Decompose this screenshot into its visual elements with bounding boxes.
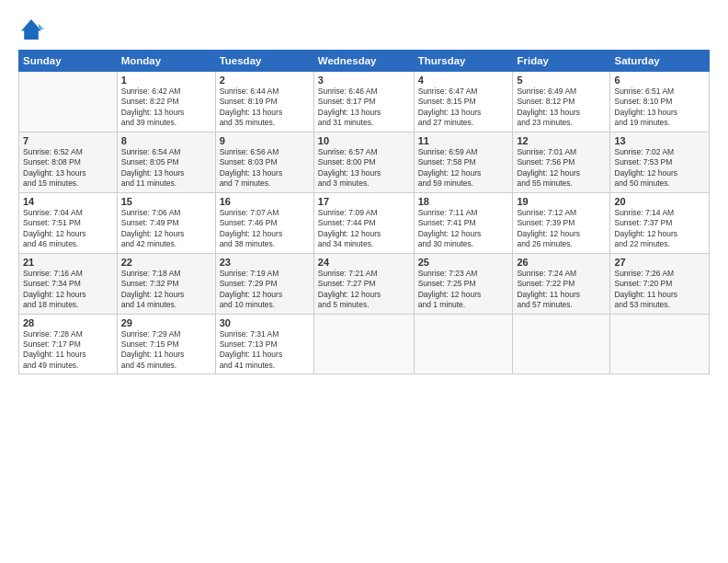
svg-marker-0 bbox=[21, 19, 41, 40]
day-cell bbox=[414, 314, 513, 374]
day-info: Sunrise: 7:14 AM Sunset: 7:37 PM Dayligh… bbox=[614, 208, 705, 250]
day-number: 16 bbox=[220, 196, 310, 207]
day-cell: 5Sunrise: 6:49 AM Sunset: 8:12 PM Daylig… bbox=[513, 72, 610, 132]
header-day-monday: Monday bbox=[117, 51, 215, 72]
day-cell: 4Sunrise: 6:47 AM Sunset: 8:15 PM Daylig… bbox=[414, 72, 513, 132]
day-info: Sunrise: 7:01 AM Sunset: 7:56 PM Dayligh… bbox=[517, 147, 606, 190]
day-cell: 2Sunrise: 6:44 AM Sunset: 8:19 PM Daylig… bbox=[215, 72, 313, 132]
header-day-saturday: Saturday bbox=[610, 51, 710, 72]
day-number: 25 bbox=[418, 257, 509, 268]
day-info: Sunrise: 6:44 AM Sunset: 8:19 PM Dayligh… bbox=[220, 86, 310, 129]
day-number: 8 bbox=[121, 135, 211, 146]
day-cell: 16Sunrise: 7:07 AM Sunset: 7:46 PM Dayli… bbox=[215, 192, 313, 253]
day-number: 15 bbox=[121, 196, 211, 207]
day-info: Sunrise: 7:26 AM Sunset: 7:20 PM Dayligh… bbox=[614, 269, 705, 311]
day-cell: 19Sunrise: 7:12 AM Sunset: 7:39 PM Dayli… bbox=[513, 192, 610, 253]
day-info: Sunrise: 7:11 AM Sunset: 7:41 PM Dayligh… bbox=[418, 208, 509, 250]
day-number: 7 bbox=[23, 135, 113, 146]
day-number: 10 bbox=[318, 135, 410, 146]
day-cell: 1Sunrise: 6:42 AM Sunset: 8:22 PM Daylig… bbox=[117, 72, 215, 132]
day-number: 5 bbox=[517, 75, 606, 86]
day-cell: 15Sunrise: 7:06 AM Sunset: 7:49 PM Dayli… bbox=[117, 192, 215, 253]
day-cell: 7Sunrise: 6:52 AM Sunset: 8:08 PM Daylig… bbox=[19, 132, 118, 192]
day-cell: 20Sunrise: 7:14 AM Sunset: 7:37 PM Dayli… bbox=[610, 192, 710, 253]
day-cell: 17Sunrise: 7:09 AM Sunset: 7:44 PM Dayli… bbox=[313, 192, 414, 253]
day-info: Sunrise: 7:06 AM Sunset: 7:49 PM Dayligh… bbox=[121, 208, 211, 250]
day-info: Sunrise: 6:59 AM Sunset: 7:58 PM Dayligh… bbox=[418, 147, 509, 190]
day-number: 22 bbox=[121, 257, 211, 268]
day-info: Sunrise: 7:23 AM Sunset: 7:25 PM Dayligh… bbox=[418, 269, 509, 311]
day-info: Sunrise: 7:19 AM Sunset: 7:29 PM Dayligh… bbox=[220, 269, 310, 311]
day-cell bbox=[513, 314, 610, 374]
day-number: 30 bbox=[220, 317, 310, 328]
day-info: Sunrise: 6:51 AM Sunset: 8:10 PM Dayligh… bbox=[614, 86, 705, 129]
day-info: Sunrise: 7:09 AM Sunset: 7:44 PM Dayligh… bbox=[318, 208, 410, 250]
day-cell: 25Sunrise: 7:23 AM Sunset: 7:25 PM Dayli… bbox=[414, 253, 513, 314]
day-info: Sunrise: 7:18 AM Sunset: 7:32 PM Dayligh… bbox=[121, 269, 211, 311]
header-day-thursday: Thursday bbox=[414, 51, 513, 72]
day-number: 11 bbox=[418, 135, 509, 146]
day-number: 14 bbox=[23, 196, 113, 207]
day-number: 6 bbox=[614, 75, 705, 86]
day-info: Sunrise: 6:57 AM Sunset: 8:00 PM Dayligh… bbox=[318, 147, 410, 190]
week-row-2: 7Sunrise: 6:52 AM Sunset: 8:08 PM Daylig… bbox=[19, 132, 710, 192]
week-row-4: 21Sunrise: 7:16 AM Sunset: 7:34 PM Dayli… bbox=[19, 253, 710, 314]
logo-icon bbox=[18, 17, 44, 42]
day-cell: 18Sunrise: 7:11 AM Sunset: 7:41 PM Dayli… bbox=[414, 192, 513, 253]
logo bbox=[18, 17, 48, 42]
day-cell: 8Sunrise: 6:54 AM Sunset: 8:05 PM Daylig… bbox=[117, 132, 215, 192]
day-info: Sunrise: 7:24 AM Sunset: 7:22 PM Dayligh… bbox=[517, 269, 606, 311]
week-row-5: 28Sunrise: 7:28 AM Sunset: 7:17 PM Dayli… bbox=[19, 314, 710, 374]
header-day-friday: Friday bbox=[513, 51, 610, 72]
day-info: Sunrise: 6:49 AM Sunset: 8:12 PM Dayligh… bbox=[517, 86, 606, 129]
day-number: 4 bbox=[418, 75, 509, 86]
day-cell: 6Sunrise: 6:51 AM Sunset: 8:10 PM Daylig… bbox=[610, 72, 710, 132]
day-cell: 21Sunrise: 7:16 AM Sunset: 7:34 PM Dayli… bbox=[19, 253, 118, 314]
week-row-3: 14Sunrise: 7:04 AM Sunset: 7:51 PM Dayli… bbox=[19, 192, 710, 253]
day-cell: 24Sunrise: 7:21 AM Sunset: 7:27 PM Dayli… bbox=[313, 253, 414, 314]
day-number: 3 bbox=[318, 75, 410, 86]
header-row: SundayMondayTuesdayWednesdayThursdayFrid… bbox=[19, 51, 710, 72]
day-number: 19 bbox=[517, 196, 606, 207]
calendar-table: SundayMondayTuesdayWednesdayThursdayFrid… bbox=[18, 50, 710, 374]
day-cell: 22Sunrise: 7:18 AM Sunset: 7:32 PM Dayli… bbox=[117, 253, 215, 314]
header-day-wednesday: Wednesday bbox=[313, 51, 414, 72]
day-cell: 30Sunrise: 7:31 AM Sunset: 7:13 PM Dayli… bbox=[215, 314, 313, 374]
day-number: 28 bbox=[23, 317, 113, 328]
day-number: 20 bbox=[614, 196, 705, 207]
page: SundayMondayTuesdayWednesdayThursdayFrid… bbox=[0, 0, 728, 563]
day-number: 29 bbox=[121, 317, 211, 328]
day-cell: 28Sunrise: 7:28 AM Sunset: 7:17 PM Dayli… bbox=[19, 314, 118, 374]
day-info: Sunrise: 7:02 AM Sunset: 7:53 PM Dayligh… bbox=[614, 147, 705, 190]
day-cell: 26Sunrise: 7:24 AM Sunset: 7:22 PM Dayli… bbox=[513, 253, 610, 314]
day-number: 26 bbox=[517, 257, 606, 268]
header-day-tuesday: Tuesday bbox=[215, 51, 313, 72]
day-number: 1 bbox=[121, 75, 211, 86]
day-cell: 29Sunrise: 7:29 AM Sunset: 7:15 PM Dayli… bbox=[117, 314, 215, 374]
day-cell: 27Sunrise: 7:26 AM Sunset: 7:20 PM Dayli… bbox=[610, 253, 710, 314]
day-info: Sunrise: 6:47 AM Sunset: 8:15 PM Dayligh… bbox=[418, 86, 509, 129]
day-cell: 9Sunrise: 6:56 AM Sunset: 8:03 PM Daylig… bbox=[215, 132, 313, 192]
day-info: Sunrise: 7:07 AM Sunset: 7:46 PM Dayligh… bbox=[220, 208, 310, 250]
day-number: 23 bbox=[220, 257, 310, 268]
day-cell: 14Sunrise: 7:04 AM Sunset: 7:51 PM Dayli… bbox=[19, 192, 118, 253]
day-cell: 10Sunrise: 6:57 AM Sunset: 8:00 PM Dayli… bbox=[313, 132, 414, 192]
day-cell: 3Sunrise: 6:46 AM Sunset: 8:17 PM Daylig… bbox=[313, 72, 414, 132]
day-cell bbox=[313, 314, 414, 374]
day-cell: 12Sunrise: 7:01 AM Sunset: 7:56 PM Dayli… bbox=[513, 132, 610, 192]
day-info: Sunrise: 6:46 AM Sunset: 8:17 PM Dayligh… bbox=[318, 86, 410, 129]
day-number: 18 bbox=[418, 196, 509, 207]
week-row-1: 1Sunrise: 6:42 AM Sunset: 8:22 PM Daylig… bbox=[19, 72, 710, 132]
day-number: 2 bbox=[220, 75, 310, 86]
day-info: Sunrise: 6:54 AM Sunset: 8:05 PM Dayligh… bbox=[121, 147, 211, 190]
day-info: Sunrise: 7:12 AM Sunset: 7:39 PM Dayligh… bbox=[517, 208, 606, 250]
day-info: Sunrise: 7:28 AM Sunset: 7:17 PM Dayligh… bbox=[23, 329, 113, 372]
day-number: 13 bbox=[614, 135, 705, 146]
day-cell: 11Sunrise: 6:59 AM Sunset: 7:58 PM Dayli… bbox=[414, 132, 513, 192]
header-day-sunday: Sunday bbox=[19, 51, 118, 72]
day-number: 27 bbox=[614, 257, 705, 268]
day-info: Sunrise: 6:52 AM Sunset: 8:08 PM Dayligh… bbox=[23, 147, 113, 190]
day-info: Sunrise: 6:56 AM Sunset: 8:03 PM Dayligh… bbox=[220, 147, 310, 190]
header bbox=[18, 17, 710, 42]
day-cell bbox=[610, 314, 710, 374]
